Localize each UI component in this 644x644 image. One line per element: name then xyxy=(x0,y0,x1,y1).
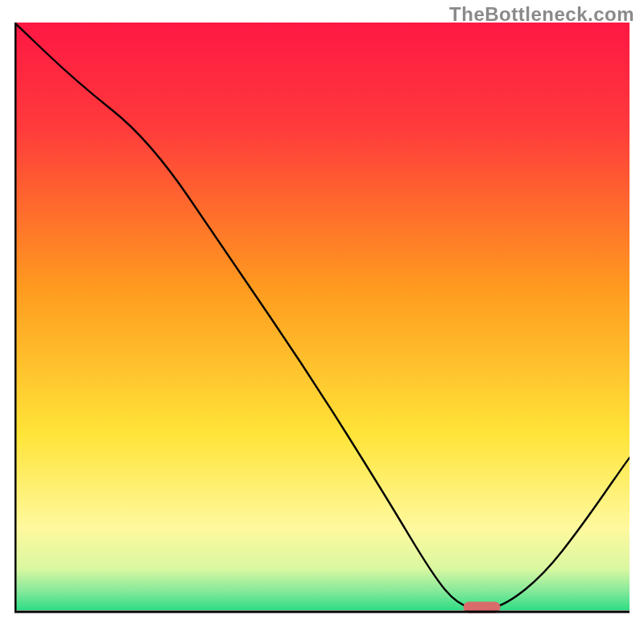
bottleneck-chart xyxy=(14,23,630,630)
gradient-background xyxy=(14,23,630,610)
chart-container: TheBottleneck.com xyxy=(0,0,644,644)
plot-area xyxy=(14,23,630,630)
